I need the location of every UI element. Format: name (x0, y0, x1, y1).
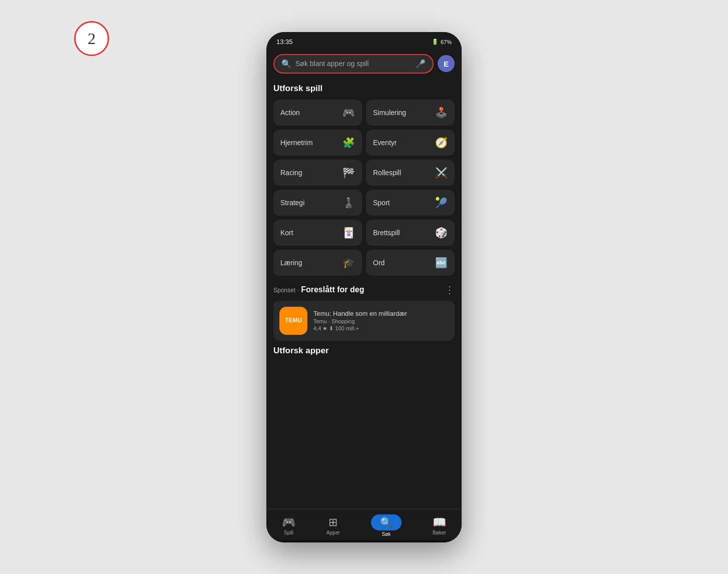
search-icon: 🔍 (281, 59, 291, 69)
category-label-brettspill: Brettspill (373, 229, 400, 237)
category-card-strategi[interactable]: Strategi ♟️ (273, 190, 362, 216)
category-label-racing: Racing (280, 169, 302, 177)
category-icon-hjernetrim: 🧩 (342, 137, 355, 149)
nav-item-boker[interactable]: 📖 Bøker (433, 516, 446, 535)
category-card-action[interactable]: Action 🎮 (273, 100, 362, 126)
category-card-kort[interactable]: Kort 🃏 (273, 220, 362, 246)
nav-label-spill: Spill (284, 530, 293, 535)
nav-icon-sok: 🔍 (380, 516, 393, 528)
nav-item-apper[interactable]: ⊞ Apper (326, 516, 340, 535)
nav-item-sok[interactable]: 🔍 Søk (371, 514, 402, 537)
annotation-number: 2 (88, 30, 96, 48)
category-card-sport[interactable]: Sport 🎾 (366, 190, 455, 216)
nav-icon-apper: ⊞ (328, 516, 337, 529)
category-icon-action: 🎮 (342, 107, 355, 119)
nav-icon-sok-bg: 🔍 (371, 514, 402, 530)
temu-app-name: Temu: Handle som en milliardær (313, 310, 449, 317)
games-grid: Action 🎮 Simulering 🕹️ Hjernetrim 🧩 Even… (273, 100, 455, 276)
category-label-rollespill: Rollespill (373, 169, 401, 177)
category-icon-simulering: 🕹️ (435, 107, 448, 119)
phone-container: 13:35 🔋 67% 🔍 Søk blant apper og spill 🎤… (266, 32, 462, 542)
category-icon-racing: 🏁 (342, 167, 355, 179)
category-label-action: Action (280, 109, 300, 117)
category-card-hjernetrim[interactable]: Hjernetrim 🧩 (273, 130, 362, 156)
temu-rating-value: 4,4 ★ (313, 325, 327, 331)
temu-logo: TEMU (285, 317, 302, 324)
status-time: 13:35 (276, 38, 293, 46)
sponsored-label: Sponset (273, 287, 295, 294)
nav-item-spill[interactable]: 🎮 Spill (282, 516, 295, 535)
search-input-container[interactable]: 🔍 Søk blant apper og spill 🎤 (273, 54, 434, 74)
category-label-simulering: Simulering (373, 109, 406, 117)
status-icons: 🔋 67% (432, 39, 452, 45)
nav-label-boker: Bøker (433, 530, 446, 535)
temu-downloads: ⬇ 100 mill.+ (329, 325, 358, 331)
temu-app-category: Temu · Shopping (313, 318, 449, 324)
mic-icon[interactable]: 🎤 (416, 59, 426, 69)
temu-app-info: Temu: Handle som en milliardær Temu · Sh… (313, 310, 449, 332)
main-content: Utforsk spill Action 🎮 Simulering 🕹️ Hje… (266, 79, 462, 509)
bottom-nav: 🎮 Spill ⊞ Apper 🔍 Søk 📖 Bøker (266, 509, 462, 540)
sponsored-label-group: Sponset · Foreslått for deg (273, 285, 364, 294)
category-icon-ord: 🔤 (435, 257, 448, 269)
category-card-laering[interactable]: Læring 🎓 (273, 250, 362, 276)
category-label-sport: Sport (373, 199, 390, 207)
category-icon-sport: 🎾 (435, 197, 448, 209)
category-label-kort: Kort (280, 229, 293, 237)
sponsored-header: Sponset · Foreslått for deg ⋮ (273, 284, 455, 296)
status-bar: 13:35 🔋 67% (266, 32, 462, 50)
nav-icon-boker: 📖 (433, 516, 446, 529)
category-icon-laering: 🎓 (342, 257, 355, 269)
category-icon-strategi: ♟️ (342, 197, 355, 209)
user-initial: E (444, 60, 449, 68)
category-label-laering: Læring (280, 259, 302, 267)
category-card-rollespill[interactable]: Rollespill ⚔️ (366, 160, 455, 186)
category-card-ord[interactable]: Ord 🔤 (366, 250, 455, 276)
category-card-simulering[interactable]: Simulering 🕹️ (366, 100, 455, 126)
system-nav: ||| ○ ‹ (266, 540, 462, 542)
category-icon-kort: 🃏 (342, 227, 355, 239)
user-avatar[interactable]: E (438, 55, 455, 72)
search-bar-wrapper: 🔍 Søk blant apper og spill 🎤 E (266, 50, 462, 79)
category-label-hjernetrim: Hjernetrim (280, 139, 313, 147)
nav-icon-spill: 🎮 (282, 516, 295, 529)
search-placeholder: Søk blant apper og spill (295, 60, 412, 68)
annotation-circle: 2 (74, 21, 109, 56)
category-icon-brettspill: 🎲 (435, 227, 448, 239)
category-icon-rollespill: ⚔️ (435, 167, 448, 179)
sponsored-card[interactable]: TEMU Temu: Handle som en milliardær Temu… (273, 301, 455, 341)
sponsored-title: Foreslått for deg (301, 285, 364, 294)
category-label-eventyr: Eventyr (373, 139, 397, 147)
temu-app-icon: TEMU (279, 307, 307, 335)
battery-percent: 67% (441, 39, 452, 45)
explore-games-title: Utforsk spill (273, 84, 455, 94)
category-card-eventyr[interactable]: Eventyr 🧭 (366, 130, 455, 156)
category-label-strategi: Strategi (280, 199, 304, 207)
temu-app-rating: 4,4 ★ ⬇ 100 mill.+ (313, 325, 449, 332)
nav-label-sok: Søk (382, 531, 391, 537)
battery-icon: 🔋 (432, 39, 439, 45)
sponsored-more-icon[interactable]: ⋮ (445, 284, 455, 296)
category-card-brettspill[interactable]: Brettspill 🎲 (366, 220, 455, 246)
category-card-racing[interactable]: Racing 🏁 (273, 160, 362, 186)
page-wrapper: 2 13:35 🔋 67% 🔍 Søk blant apper og spill… (0, 0, 728, 574)
explore-apps-title: Utforsk apper (273, 346, 455, 356)
category-label-ord: Ord (373, 259, 385, 267)
category-icon-eventyr: 🧭 (435, 137, 448, 149)
nav-label-apper: Apper (326, 530, 340, 535)
